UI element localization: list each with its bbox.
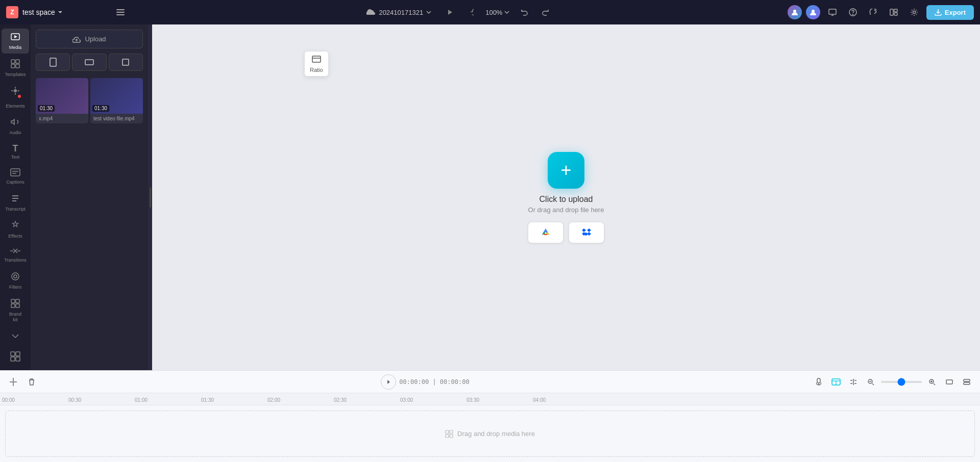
timeline-delete-button[interactable] [24,375,39,389]
team-avatar[interactable] [806,5,820,19]
media-item-x[interactable]: 01:30 x.mp4 [36,78,88,123]
sidebar-audio-label: Audio [9,130,21,136]
storyboard-icon [10,351,20,363]
canvas-area: Ratio + Click to upload Or drag and drop… [152,24,980,370]
refresh-button[interactable] [462,4,478,20]
user-avatar[interactable] [788,5,802,19]
topbar-center: 202410171321 100% [135,4,781,20]
svg-rect-43 [312,56,321,62]
sidebar-item-elements[interactable]: Elements [2,83,29,112]
sidebar-item-templates[interactable]: Templates [2,56,29,81]
svg-rect-67 [964,379,970,381]
sidebar-item-filters[interactable]: Filters [2,268,29,293]
sidebar-templates-label: Templates [5,72,26,78]
export-label: Export [945,9,966,16]
upload-primary-text: Click to upload [540,195,593,204]
undo-button[interactable] [517,4,533,20]
playback-controls: 00:00:00 | 00:00:00 [381,374,469,390]
workspace-selector[interactable]: test space [22,8,63,16]
workspace-label: test space [22,8,55,16]
resize-handle-visual [150,187,151,208]
effects-icon [10,220,20,232]
sidebar-item-more[interactable] [2,328,29,343]
timeline-expand-button[interactable] [960,375,974,389]
sidebar-effects-label: Effects [8,234,22,239]
aspect-ratio-buttons [31,54,148,76]
svg-line-61 [872,383,874,385]
timeline-fit-button[interactable] [942,375,957,389]
ratio-button[interactable]: Ratio [304,51,329,76]
export-button[interactable]: Export [926,5,974,20]
cloud-icon [366,9,376,16]
brand-icon [10,298,20,310]
elements-notification-dot [18,95,21,98]
play-preview-button[interactable] [442,4,458,20]
timeline-play-button[interactable] [381,374,396,390]
drop-zone-label: Drag and drop media here [457,430,535,438]
ruler-mark-0: 00:00 [2,397,68,403]
media-item-test[interactable]: 01:30 test video file.mp4 [90,78,143,123]
ruler-marks: 00:00 00:30 01:00 01:30 02:00 02:30 03:0… [0,397,980,403]
svg-rect-31 [11,299,15,303]
svg-rect-35 [11,352,15,356]
sidebar-item-storyboard[interactable] [2,348,29,366]
layout-button[interactable] [886,4,902,20]
menu-button[interactable] [112,4,129,20]
sidebar-item-media[interactable]: Media [2,29,29,54]
sidebar-item-audio[interactable]: Audio [2,114,29,139]
media-icon [10,32,20,43]
upload-button[interactable]: Upload [36,30,143,48]
media-grid: 01:30 x.mp4 01:30 test video file.mp4 [31,76,148,125]
more-icon [11,331,19,340]
share-button[interactable] [865,4,881,20]
sidebar-item-text[interactable]: T Text [2,141,29,163]
ruler-mark-3: 01:30 [201,397,267,403]
sidebar-item-brand[interactable]: Brandkit [2,295,29,326]
zoom-selector[interactable]: 100% [482,7,512,18]
svg-rect-17 [11,60,15,63]
ruler-mark-2: 01:00 [135,397,201,403]
present-button[interactable] [824,4,841,20]
svg-rect-72 [450,434,453,438]
transcript-icon [10,193,20,205]
portrait-ratio-button[interactable] [36,54,70,71]
sidebar-item-transcript[interactable]: Transcript [2,190,29,215]
help-button[interactable] [845,4,861,20]
google-drive-button[interactable] [528,222,564,243]
sidebar-item-captions[interactable]: Captions [2,165,29,188]
landscape-ratio-button[interactable] [72,54,106,71]
upload-drop-zone[interactable]: + Click to upload Or drag and drop file … [528,152,604,243]
ruler-mark-7: 03:30 [467,397,533,403]
timeline-split-button[interactable] [6,375,20,389]
sidebar-item-transitions[interactable]: Transitions [2,244,29,266]
microphone-button[interactable] [812,375,826,389]
redo-button[interactable] [537,4,553,20]
project-id-text: 202410171321 [379,9,423,16]
settings-button[interactable] [906,4,922,20]
topbar-right: Export [788,4,974,20]
dropbox-button[interactable] [569,222,604,243]
timeline-ruler: 00:00 00:30 01:00 01:30 02:00 02:30 03:0… [0,393,980,405]
upload-service-buttons [528,222,604,243]
panel-resize-handle[interactable] [148,24,152,370]
timeline-active-button[interactable] [829,375,843,389]
timeline-zoom-out-button[interactable] [864,375,878,389]
transitions-icon [10,247,21,256]
upload-plus-button[interactable]: + [548,152,584,189]
timeline-zoom-in-button[interactable] [925,375,939,389]
split-icon-button[interactable] [846,375,861,389]
audio-icon [10,117,20,129]
topbar-left: Z test space [6,4,129,20]
volume-slider[interactable] [881,381,922,383]
time-separator: | [432,378,439,386]
timeline-drop-zone[interactable]: Drag and drop media here [5,410,975,457]
project-id-button[interactable]: 202410171321 [362,7,435,18]
text-icon: T [13,144,18,153]
square-ratio-button[interactable] [109,54,143,71]
sidebar-item-effects[interactable]: Effects [2,217,29,242]
svg-rect-68 [964,382,970,384]
topbar-controls: 100% [442,4,553,20]
svg-rect-19 [11,64,15,68]
svg-rect-71 [446,434,449,438]
svg-rect-70 [450,430,453,433]
